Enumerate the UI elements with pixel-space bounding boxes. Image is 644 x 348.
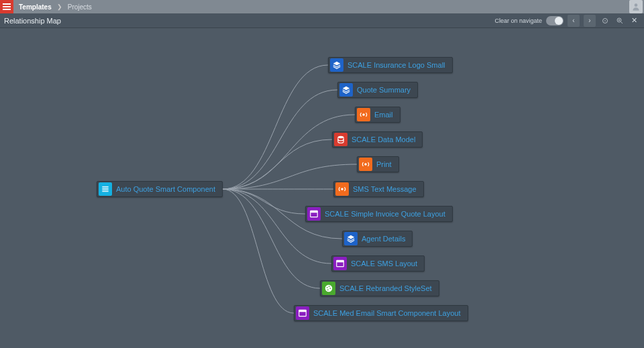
svg-line-4	[621, 21, 623, 23]
svg-point-22	[325, 285, 333, 292]
child-node[interactable]: Print	[357, 156, 399, 172]
database-icon	[334, 133, 347, 146]
child-node[interactable]: SCALE Rebranded StyleSet	[320, 280, 439, 296]
nav-back-button[interactable]: ‹	[568, 15, 580, 27]
child-node[interactable]: Quote Summary	[337, 82, 418, 98]
svg-point-15	[364, 163, 367, 166]
svg-point-16	[341, 188, 343, 190]
nav-forward-button[interactable]: ›	[584, 15, 596, 27]
layout-icon	[333, 257, 347, 270]
target-icon	[601, 17, 609, 25]
svg-rect-9	[102, 190, 108, 190]
palette-icon	[322, 282, 335, 295]
broadcast-icon	[357, 108, 370, 121]
node-label: Email	[374, 111, 393, 119]
node-label: SCALE Rebranded StyleSet	[339, 284, 432, 292]
user-avatar[interactable]	[629, 0, 643, 13]
page-title: Relationship Map	[4, 17, 61, 25]
svg-point-0	[635, 3, 638, 7]
chevron-left-icon: ‹	[572, 17, 574, 24]
svg-rect-8	[102, 188, 108, 188]
breadcrumb-projects[interactable]: Projects	[68, 3, 92, 11]
layers-icon	[330, 58, 343, 72]
node-label: SCALE SMS Layout	[351, 259, 417, 268]
node-label: SCALE Simple Invoice Quote Layout	[325, 210, 445, 218]
svg-point-23	[327, 287, 328, 288]
layers-icon	[344, 232, 358, 245]
node-label: SCALE Insurance Logo Small	[347, 61, 445, 69]
child-node[interactable]: Email	[355, 107, 400, 123]
layers-icon	[339, 83, 353, 97]
svg-point-24	[329, 286, 330, 287]
relationship-canvas[interactable]: Auto Quote Smart ComponentSCALE Insuranc…	[0, 28, 644, 348]
node-label: SCALE Med Email Smart Component Layout	[313, 309, 461, 317]
breadcrumb-templates[interactable]: Templates	[19, 3, 52, 11]
svg-rect-28	[299, 310, 307, 312]
child-node[interactable]: SCALE Insurance Logo Small	[328, 57, 453, 73]
svg-point-2	[604, 20, 606, 21]
node-label: Print	[376, 160, 392, 168]
child-node[interactable]: SCALE Simple Invoice Quote Layout	[305, 206, 453, 222]
node-label: Agent Details	[362, 235, 405, 243]
child-node[interactable]: SMS Text Message	[333, 181, 424, 197]
recenter-button[interactable]	[600, 15, 610, 26]
svg-marker-11	[333, 62, 341, 66]
child-node[interactable]: Agent Details	[342, 231, 413, 247]
zoom-button[interactable]	[614, 15, 625, 26]
child-node[interactable]: SCALE SMS Layout	[331, 255, 425, 272]
magnifier-plus-icon	[616, 17, 624, 25]
broadcast-icon	[335, 182, 349, 196]
node-label: Quote Summary	[357, 86, 411, 94]
svg-marker-12	[343, 86, 350, 91]
chevron-right-icon: ›	[588, 17, 590, 24]
root-node[interactable]: Auto Quote Smart Component	[97, 181, 223, 197]
svg-rect-7	[102, 186, 108, 187]
svg-point-26	[327, 289, 329, 290]
breadcrumb: Templates ❯ Projects	[13, 3, 92, 11]
top-bar: Templates ❯ Projects	[0, 0, 644, 13]
svg-rect-21	[337, 260, 344, 262]
svg-point-25	[329, 288, 331, 289]
menu-icon[interactable]	[0, 0, 13, 13]
close-icon: ✕	[631, 16, 637, 25]
svg-point-14	[338, 136, 343, 139]
close-button[interactable]: ✕	[629, 16, 639, 25]
svg-point-13	[362, 113, 365, 116]
clear-on-navigate-label: Clear on navigate	[494, 17, 542, 24]
title-bar: Relationship Map Clear on navigate ‹ › ✕	[0, 13, 644, 28]
node-label: Auto Quote Smart Component	[116, 185, 215, 193]
layout-icon	[296, 306, 309, 320]
child-node[interactable]: SCALE Data Model	[332, 131, 423, 148]
node-label: SMS Text Message	[353, 185, 417, 193]
layout-icon	[307, 207, 321, 221]
broadcast-icon	[359, 158, 372, 171]
node-label: SCALE Data Model	[352, 135, 415, 143]
svg-marker-19	[347, 235, 355, 239]
list-icon	[99, 182, 112, 196]
toolbar: Clear on navigate ‹ › ✕	[494, 15, 639, 27]
child-node[interactable]: SCALE Med Email Smart Component Layout	[294, 305, 468, 321]
chevron-right-icon: ❯	[57, 3, 62, 10]
clear-on-navigate-toggle[interactable]	[546, 16, 564, 25]
svg-rect-10	[102, 191, 108, 192]
svg-rect-18	[311, 211, 318, 213]
